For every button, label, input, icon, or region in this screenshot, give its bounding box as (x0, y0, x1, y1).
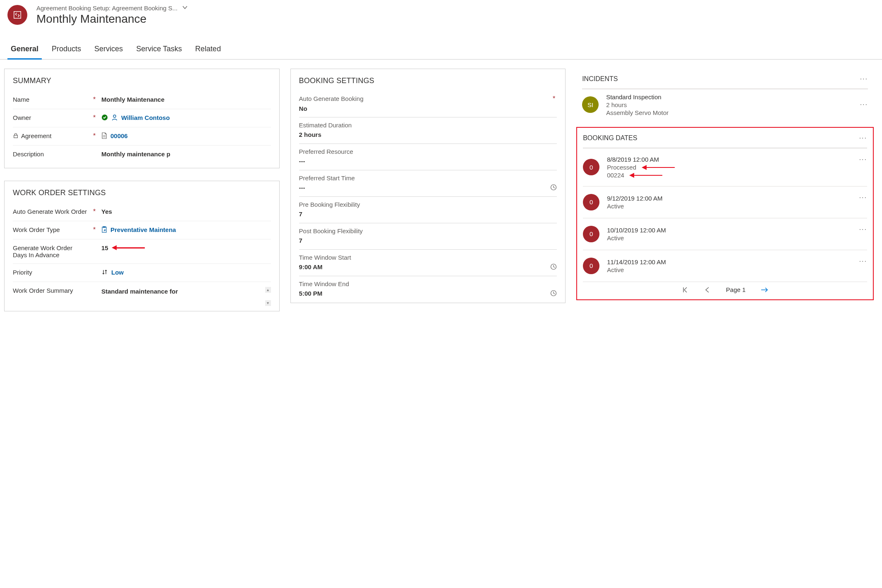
wo-priority-label: Priority (13, 269, 87, 276)
wo-days-value[interactable]: 15 (101, 244, 271, 251)
booking-date: 9/12/2019 12:00 AM (607, 195, 851, 202)
pager: Page 1 (583, 282, 867, 295)
booking-date-row[interactable]: 0 9/12/2019 12:00 AM Active ··· (583, 186, 867, 218)
incident-row-more[interactable]: ··· (860, 101, 868, 108)
tab-services[interactable]: Services (88, 41, 129, 59)
tab-bar: General Products Services Service Tasks … (0, 41, 882, 60)
bs-start-value[interactable]: --- (299, 184, 305, 196)
booking-dates-highlight: BOOKING DATES ··· 0 8/8/2019 12:00 AM Pr… (576, 127, 874, 300)
bs-winstart-value[interactable]: 9:00 AM (299, 263, 323, 275)
agreement-label: Agreement (13, 132, 87, 139)
bs-resource-label: Preferred Resource (299, 148, 557, 155)
booking-row-more[interactable]: ··· (859, 194, 867, 201)
owner-label: Owner (13, 114, 87, 121)
annotation-arrow (642, 165, 675, 170)
pager-label: Page 1 (726, 286, 746, 293)
wo-summary-value[interactable]: Standard maintenance for (101, 287, 263, 296)
pager-first-button[interactable] (681, 286, 689, 294)
incidents-title: INCIDENTS (582, 75, 618, 83)
bs-auto-value[interactable]: No (299, 105, 557, 117)
name-label: Name (13, 96, 87, 103)
booking-date: 11/14/2019 12:00 AM (607, 258, 851, 265)
person-icon (111, 114, 118, 121)
work-order-card: WORK ORDER SETTINGS Auto Generate Work O… (4, 181, 280, 311)
avatar: 0 (583, 159, 599, 175)
booking-settings-title: BOOKING SETTINGS (299, 76, 557, 85)
summary-card: SUMMARY Name * Monthly Maintenance Owner… (4, 69, 280, 168)
booking-date-row[interactable]: 0 10/10/2019 12:00 AM Active ··· (583, 218, 867, 250)
tab-products[interactable]: Products (45, 41, 88, 59)
required-marker: * (91, 226, 97, 234)
booking-number: 00224 (607, 172, 851, 179)
summary-title: SUMMARY (13, 76, 271, 85)
owner-link[interactable]: William Contoso (121, 114, 170, 121)
booking-status: Active (607, 234, 851, 241)
booking-row-more[interactable]: ··· (859, 258, 867, 265)
required-marker: * (91, 96, 97, 103)
bs-start-label: Preferred Start Time (299, 174, 557, 182)
bs-resource-value[interactable]: --- (299, 158, 557, 170)
booking-dates-title: BOOKING DATES (583, 134, 637, 142)
tab-related[interactable]: Related (189, 41, 228, 59)
booking-row-more[interactable]: ··· (859, 226, 867, 233)
svg-point-2 (113, 115, 116, 117)
incidents-more-button[interactable]: ··· (860, 75, 868, 83)
annotation-arrow (629, 173, 662, 177)
bs-postflex-value[interactable]: 7 (299, 237, 557, 249)
avatar: 0 (583, 226, 599, 242)
priority-icon (101, 269, 108, 275)
name-value[interactable]: Monthly Maintenance (101, 96, 271, 103)
annotation-arrow (112, 246, 145, 250)
wo-priority-link[interactable]: Low (111, 269, 124, 276)
description-label: Description (13, 151, 87, 158)
booking-date-row[interactable]: 0 11/14/2019 12:00 AM Active ··· (583, 250, 867, 282)
bs-winend-value[interactable]: 5:00 PM (299, 290, 323, 302)
clock-icon[interactable] (550, 263, 557, 275)
booking-dates-more-button[interactable]: ··· (859, 134, 867, 142)
breadcrumb[interactable]: Agreement Booking Setup: Agreement Booki… (36, 5, 177, 12)
booking-date: 10/10/2019 12:00 AM (607, 227, 851, 234)
booking-date-row[interactable]: 0 8/8/2019 12:00 AM Processed 00224 ··· (583, 148, 867, 186)
bs-postflex-label: Post Booking Flexibility (299, 227, 557, 234)
required-marker: * (91, 114, 97, 122)
description-value[interactable]: Monthly maintenance p (101, 151, 271, 158)
incident-name: Standard Inspection (606, 93, 852, 100)
incident-duration: 2 hours (606, 101, 852, 108)
wo-auto-value[interactable]: Yes (101, 208, 271, 215)
agreement-link[interactable]: 00006 (110, 132, 128, 139)
pager-next-button[interactable] (760, 286, 769, 294)
booking-settings-card: BOOKING SETTINGS Auto Generate Booking* … (290, 69, 566, 303)
textarea-scrollbar[interactable]: ▴▾ (265, 287, 271, 306)
entity-icon (7, 5, 27, 25)
avatar: 0 (583, 258, 599, 274)
page-title: Monthly Maintenance (36, 12, 188, 26)
chevron-down-icon[interactable] (182, 4, 188, 12)
required-marker: * (91, 132, 97, 140)
tab-general[interactable]: General (4, 41, 45, 59)
incident-row[interactable]: SI Standard Inspection 2 hours Assembly … (582, 89, 868, 120)
bs-duration-value[interactable]: 2 hours (299, 131, 557, 143)
booking-row-more[interactable]: ··· (859, 156, 867, 163)
incident-asset: Assembly Servo Motor (606, 109, 852, 116)
bs-winstart-label: Time Window Start (299, 254, 557, 261)
bs-auto-label: Auto Generate Booking (299, 95, 364, 102)
pager-prev-button[interactable] (704, 286, 711, 294)
bs-duration-label: Estimated Duration (299, 122, 557, 129)
bs-winend-label: Time Window End (299, 280, 557, 287)
wo-type-link[interactable]: Preventative Maintena (110, 226, 176, 233)
booking-status: Active (607, 266, 851, 273)
booking-status: Active (607, 203, 851, 210)
svg-rect-3 (14, 135, 18, 138)
wo-days-label: Generate Work Order Days In Advance (13, 244, 87, 258)
bs-preflex-label: Pre Booking Flexibility (299, 201, 557, 208)
document-icon (101, 132, 107, 139)
clock-icon[interactable] (550, 184, 557, 196)
avatar: 0 (583, 194, 599, 210)
lock-icon (13, 133, 19, 139)
booking-status: Processed (607, 164, 851, 171)
clock-icon[interactable] (550, 290, 557, 301)
bs-preflex-value[interactable]: 7 (299, 210, 557, 222)
verified-icon (101, 114, 108, 121)
wo-auto-label: Auto Generate Work Order (13, 208, 87, 215)
tab-service-tasks[interactable]: Service Tasks (129, 41, 189, 59)
